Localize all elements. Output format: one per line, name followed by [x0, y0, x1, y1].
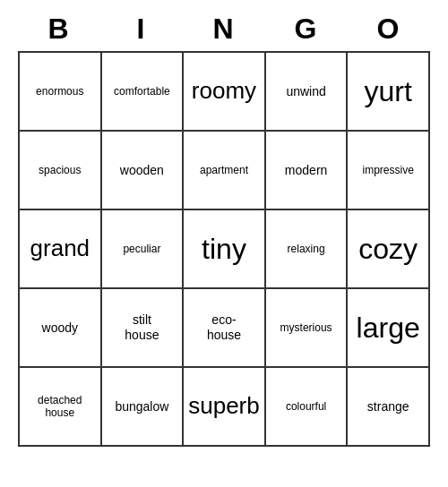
cell-text: stilthouse	[125, 312, 159, 343]
grid-cell: detachedhouse	[20, 368, 102, 447]
cell-text: colourful	[286, 400, 326, 413]
cell-text: roomy	[192, 77, 256, 105]
cell-text: detachedhouse	[38, 394, 82, 420]
grid-cell: strange	[348, 368, 430, 447]
cell-text: comfortable	[114, 85, 170, 98]
cell-text: tiny	[202, 232, 246, 266]
header-letter: I	[100, 9, 183, 49]
cell-text: spacious	[39, 164, 81, 176]
grid-cell: colourful	[266, 368, 349, 447]
grid-cell: large	[348, 289, 430, 368]
grid-cell: spacious	[20, 132, 102, 210]
grid-cell: wooden	[102, 132, 185, 210]
cell-text: modern	[285, 163, 327, 178]
header-letter: G	[265, 9, 348, 49]
grid-cell: superb	[184, 368, 266, 447]
grid-cell: impressive	[348, 132, 430, 210]
cell-text: eco-house	[207, 312, 241, 343]
cell-text: superb	[188, 392, 260, 420]
cell-text: unwind	[286, 84, 325, 99]
grid-cell: tiny	[184, 210, 266, 289]
cell-text: relaxing	[288, 243, 325, 255]
grid-cell: unwind	[266, 53, 349, 132]
cell-text: peculiar	[123, 243, 160, 255]
cell-text: cozy	[358, 232, 418, 266]
bingo-header: BINGO	[18, 9, 430, 49]
cell-text: strange	[367, 399, 409, 414]
grid-cell: apartment	[184, 132, 266, 210]
cell-text: bungalow	[115, 399, 168, 414]
cell-text: wooden	[120, 163, 164, 178]
cell-text: mysterious	[280, 321, 332, 334]
cell-text: impressive	[363, 164, 414, 176]
cell-text: grand	[30, 235, 90, 262]
header-letter: N	[183, 9, 265, 49]
cell-text: enormous	[36, 85, 83, 98]
grid-cell: cozy	[348, 210, 430, 289]
header-letter: O	[348, 9, 430, 49]
grid-cell: eco-house	[184, 289, 266, 368]
grid-cell: enormous	[20, 53, 102, 132]
grid-cell: stilthouse	[102, 289, 185, 368]
grid-cell: comfortable	[102, 53, 185, 132]
cell-text: large	[357, 311, 420, 345]
cell-text: woody	[42, 320, 78, 336]
grid-cell: peculiar	[102, 210, 185, 289]
grid-cell: modern	[266, 132, 349, 210]
grid-cell: roomy	[184, 53, 266, 132]
grid-cell: woody	[20, 289, 102, 368]
cell-text: apartment	[200, 164, 248, 176]
grid-cell: mysterious	[266, 289, 349, 368]
grid-cell: bungalow	[102, 368, 185, 447]
grid-cell: relaxing	[266, 210, 349, 289]
header-letter: B	[18, 9, 100, 49]
bingo-grid: enormouscomfortableroomyunwindyurtspacio…	[18, 51, 430, 447]
grid-cell: yurt	[348, 53, 430, 132]
cell-text: yurt	[365, 74, 412, 108]
grid-cell: grand	[20, 210, 102, 289]
